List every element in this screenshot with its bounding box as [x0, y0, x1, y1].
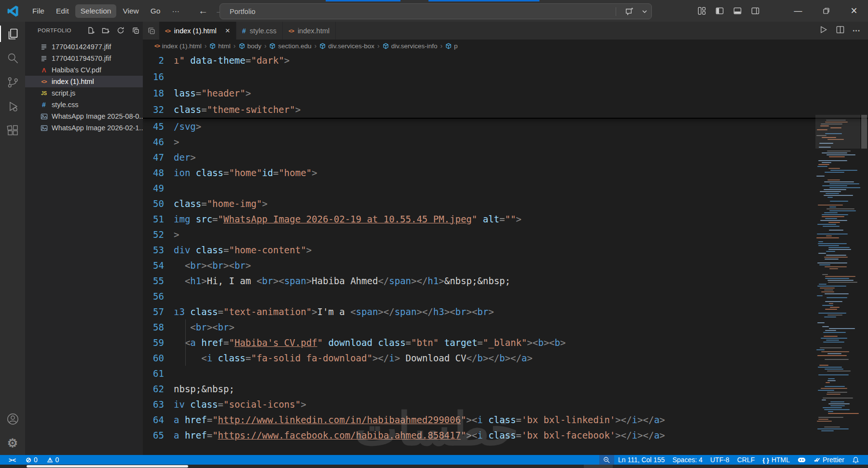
chevron-down-icon[interactable] — [638, 9, 651, 14]
code-text — [164, 180, 174, 196]
code-line[interactable]: 2ı" data-theme="dark"> — [143, 52, 868, 69]
breadcrumb-item[interactable]: div.services-info — [383, 42, 438, 50]
file-item[interactable]: JSscript.js — [25, 87, 143, 99]
collapse-all-editors-icon[interactable] — [143, 22, 159, 40]
menu-edit[interactable]: Edit — [51, 4, 74, 18]
file-item[interactable]: 1770401424977.jfif — [25, 41, 143, 53]
more-actions-icon[interactable]: ··· — [853, 27, 860, 35]
scrollbar-thumb[interactable] — [861, 115, 867, 149]
code-line[interactable]: 60 <i class="fa-solid fa-download"></i> … — [143, 350, 868, 366]
activity-run-and-debug[interactable] — [0, 94, 25, 118]
code-line[interactable]: 47der> — [143, 150, 868, 165]
file-item[interactable]: ΛHabiba's CV.pdf — [25, 64, 143, 76]
code-line[interactable]: 64a href="http://www.linkedin.com/in/hab… — [143, 412, 868, 427]
file-item[interactable]: <>index (1).html — [25, 76, 143, 87]
menu-view[interactable]: View — [117, 4, 144, 18]
status-warning[interactable]: ⚠0 — [43, 455, 63, 465]
breadcrumb-item[interactable]: section.edu — [269, 42, 311, 50]
code-line[interactable]: 65a href="https://www.facebook.com/habib… — [143, 427, 868, 443]
menu-file[interactable]: File — [27, 4, 50, 18]
code-line[interactable]: 50class="home-img"> — [143, 196, 868, 211]
code-line[interactable]: 18lass="header"> — [143, 85, 868, 101]
code-line[interactable]: 57ı3 class="text-animation">I'm a <span>… — [143, 304, 868, 319]
breadcrumb-item[interactable]: body — [239, 42, 262, 50]
breadcrumb-item[interactable]: p — [445, 42, 458, 50]
menu-[interactable]: ··· — [166, 4, 185, 18]
activity-source-control[interactable] — [0, 70, 25, 94]
tab-index-html[interactable]: <>index.html — [283, 22, 336, 40]
status-remote[interactable]: >< — [5, 455, 20, 465]
code-line[interactable]: 46> — [143, 134, 868, 150]
command-center[interactable]: Portfolio — [220, 3, 652, 19]
copilot-chat-icon[interactable] — [621, 7, 638, 16]
tab-style-css[interactable]: #style.css — [236, 22, 283, 40]
menu-go[interactable]: Go — [145, 4, 166, 18]
toggle-secondary-sidebar-icon[interactable] — [748, 4, 762, 18]
toggle-sidebar-icon[interactable] — [713, 4, 726, 18]
minimap-slider[interactable] — [815, 115, 860, 149]
code-line[interactable]: 55 <h1>Hi, I am <br><span>Habiba Ahmed</… — [143, 273, 868, 289]
status-braces[interactable]: { }HTML — [758, 455, 794, 465]
status-utf-8[interactable]: UTF-8 — [706, 455, 733, 465]
code-line[interactable]: 54 <br><br><br> — [143, 258, 868, 273]
file-name: WhatsApp Image 2025-08-0... — [52, 112, 145, 120]
code-line[interactable]: 32class="theme-switcher"> — [143, 101, 868, 118]
scrollbar[interactable] — [860, 52, 868, 455]
status-double-check[interactable]: ✓✓Prettier — [810, 455, 848, 465]
code-editor[interactable]: 2ı" data-theme="dark">1618lass="header">… — [143, 52, 868, 455]
status-ln-111-col-155[interactable]: Ln 111, Col 155 — [614, 455, 669, 465]
code-line[interactable]: 61 — [143, 366, 868, 381]
code-line[interactable]: 51img src="WhatsApp Image 2026-02-19 at … — [143, 211, 868, 227]
restore-icon[interactable] — [812, 0, 840, 22]
code-line[interactable]: 58 <br><br> — [143, 319, 868, 335]
split-editor-icon[interactable] — [836, 25, 845, 36]
code-text: > — [164, 134, 179, 150]
file-item[interactable]: WhatsApp Image 2026-02-1... — [25, 122, 143, 134]
status-crlf[interactable]: CRLF — [733, 455, 759, 465]
code-line[interactable]: 16 — [143, 69, 868, 85]
vscode-logo — [7, 5, 19, 17]
activity-accounts[interactable] — [0, 407, 25, 431]
close-icon[interactable]: × — [840, 0, 868, 22]
status-spaces-4[interactable]: Spaces: 4 — [669, 455, 706, 465]
breadcrumb-separator: › — [205, 42, 207, 50]
tab-index-1-html[interactable]: <>index (1).html× — [159, 22, 236, 40]
status-copilot-face[interactable] — [794, 455, 810, 465]
toggle-panel-icon[interactable] — [730, 4, 744, 18]
file-item[interactable]: 1770401794570.jfif — [25, 53, 143, 64]
code-line[interactable]: 56 — [143, 289, 868, 304]
new-file-icon[interactable] — [85, 25, 96, 36]
status-label: UTF-8 — [710, 456, 730, 464]
file-name: WhatsApp Image 2026-02-1... — [52, 124, 145, 132]
activity-explorer[interactable] — [0, 22, 25, 46]
minimize-icon[interactable]: — — [784, 0, 812, 22]
activity-search[interactable] — [0, 46, 25, 70]
html-file-icon: <> — [40, 79, 48, 84]
refresh-icon[interactable] — [115, 25, 126, 36]
customize-layout-icon[interactable] — [695, 4, 708, 18]
status-zoom-out[interactable] — [599, 455, 614, 465]
nav-back-icon[interactable]: ← — [198, 5, 208, 16]
status-error[interactable]: ⊘0 — [22, 455, 41, 465]
breadcrumb-item[interactable]: html — [209, 42, 231, 50]
code-line[interactable]: 63iv class="social-icons"> — [143, 397, 868, 412]
code-line[interactable]: 53div class="home-content"> — [143, 242, 868, 258]
new-folder-icon[interactable] — [100, 25, 111, 36]
menu-selection[interactable]: Selection — [75, 4, 117, 18]
tab-close-icon[interactable]: × — [225, 26, 230, 36]
code-line[interactable]: 52> — [143, 227, 868, 242]
code-line[interactable]: 59 <a href="Habiba's CV.pdf" download cl… — [143, 335, 868, 350]
collapse-all-icon[interactable] — [130, 25, 141, 36]
code-line[interactable]: 62nbsp;&nbsp; — [143, 381, 868, 397]
run-icon[interactable] — [819, 25, 828, 36]
breadcrumb-item[interactable]: div.services-box — [319, 42, 374, 50]
status-bell[interactable] — [848, 455, 863, 465]
code-line[interactable]: 45/svg> — [143, 119, 868, 134]
breadcrumb-item[interactable]: <>index (1).html — [154, 42, 202, 50]
file-item[interactable]: #style.css — [25, 99, 143, 110]
activity-extensions[interactable] — [0, 118, 25, 142]
file-item[interactable]: WhatsApp Image 2025-08-0... — [25, 110, 143, 122]
activity-settings[interactable]: ⚙ — [0, 431, 25, 455]
code-line[interactable]: 49 — [143, 180, 868, 196]
code-line[interactable]: 48ion class="home"id="home"> — [143, 165, 868, 180]
